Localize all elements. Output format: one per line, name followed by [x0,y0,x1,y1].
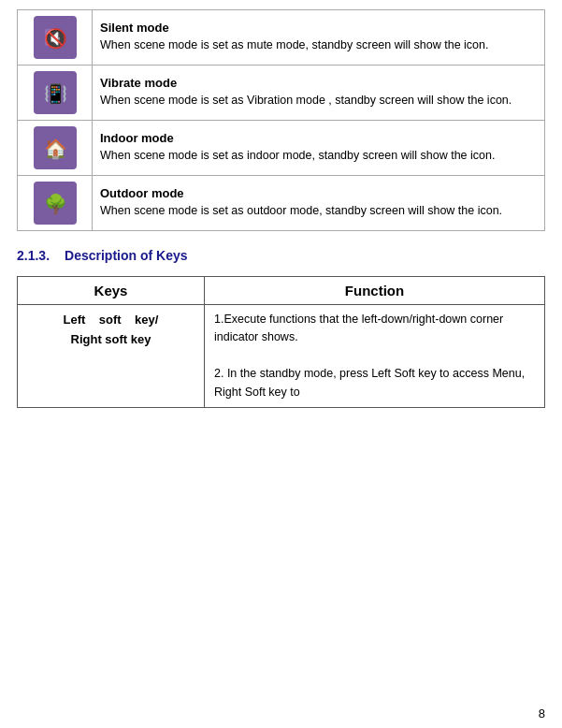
outdoor-icon: 🌳 [34,182,77,225]
svg-text:📳: 📳 [44,82,67,105]
table-row: 🌳 Outdoor mode When scene mode is set as… [18,176,545,231]
indoor-title: Indoor mode [100,131,537,145]
indoor-icon: 🏠 [34,126,77,169]
icon-cell-vibrate: 📳 [18,66,93,121]
left-right-soft-key-function: 1.Execute functions that the left-down/r… [205,305,545,408]
outdoor-title: Outdoor mode [100,186,537,200]
icon-cell-outdoor: 🌳 [18,176,93,231]
page-number: 8 [539,706,545,721]
table-row: 📳 Vibrate mode When scene mode is set as… [18,66,545,121]
desc-cell-silent: Silent mode When scene mode is set as mu… [93,10,545,66]
outdoor-desc: When scene mode is set as outdoor mode, … [100,202,537,220]
keys-table-header: Keys Function [18,277,545,305]
table-row: Left soft key/Right soft key 1.Execute f… [18,305,545,408]
section-number: 2.1.3. [17,248,50,263]
keys-table: Keys Function Left soft key/Right soft k… [17,276,545,408]
section-heading: 2.1.3.Description of Keys [17,248,545,263]
function-p1: 1.Execute functions that the left-down/r… [214,311,535,347]
icon-table: 🔇 Silent mode When scene mode is set as … [17,9,545,231]
vibrate-desc: When scene mode is set as Vibration mode… [100,92,537,109]
page-wrapper: 🔇 Silent mode When scene mode is set as … [0,0,562,728]
vibrate-title: Vibrate mode [100,76,537,90]
section-title: Description of Keys [65,248,187,263]
key-name-line2: Right soft key [27,330,195,350]
svg-text:🌳: 🌳 [44,193,67,215]
indoor-desc: When scene mode is set as indoor mode, s… [100,147,537,165]
svg-text:🏠: 🏠 [44,138,67,160]
desc-cell-outdoor: Outdoor mode When scene mode is set as o… [93,176,545,231]
icon-cell-indoor: 🏠 [18,121,93,176]
silent-icon: 🔇 [34,16,77,59]
silent-title: Silent mode [100,21,537,35]
key-name-line1: Left soft key/ [27,311,195,330]
svg-text:🔇: 🔇 [44,27,67,50]
icon-cell-silent: 🔇 [18,10,93,66]
keys-header: Keys [18,277,205,305]
desc-cell-indoor: Indoor mode When scene mode is set as in… [93,121,545,176]
left-right-soft-key-label: Left soft key/Right soft key [18,305,205,408]
function-p2: 2. In the standby mode, press Left Soft … [214,365,535,401]
function-header: Function [205,277,545,305]
table-row: 🔇 Silent mode When scene mode is set as … [18,10,545,66]
table-row: 🏠 Indoor mode When scene mode is set as … [18,121,545,176]
silent-desc: When scene mode is set as mute mode, sta… [100,36,537,54]
vibrate-icon: 📳 [34,71,77,114]
desc-cell-vibrate: Vibrate mode When scene mode is set as V… [93,66,545,121]
